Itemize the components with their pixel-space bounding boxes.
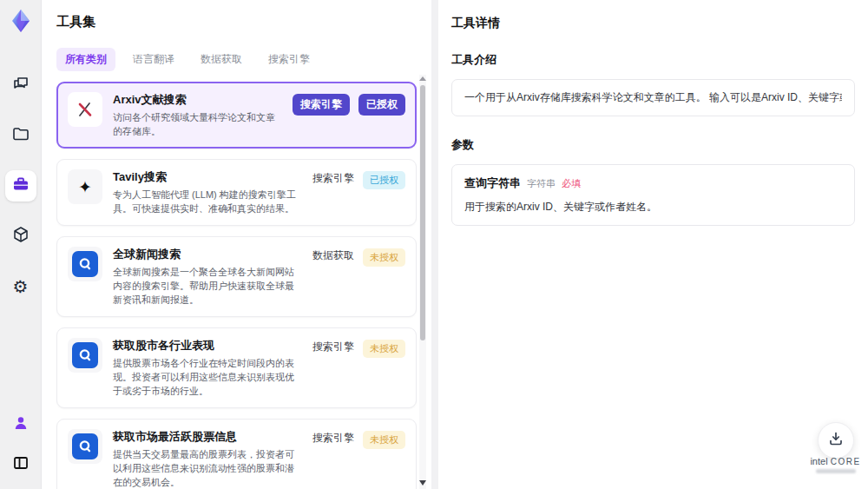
- tool-card-global-news[interactable]: 全球新闻搜索 全球新闻搜索是一个聚合全球各大新闻网站内容的搜索引擎。帮助用户快速…: [56, 236, 417, 317]
- tool-name: 获取市场最活跃股票信息: [113, 429, 302, 445]
- icon-rail: ⚙: [0, 0, 42, 489]
- tavily-icon: ✦: [68, 169, 102, 204]
- cube-icon: [11, 225, 30, 248]
- panel-layout-icon: [11, 453, 30, 476]
- scroll-down-arrow-icon[interactable]: [419, 480, 426, 486]
- status-badge: 未授权: [363, 431, 405, 449]
- tool-name: Tavily搜索: [113, 169, 302, 185]
- category-badge: 搜索引擎: [293, 94, 350, 116]
- list-scrollbar[interactable]: [419, 75, 426, 489]
- param-required-badge: 必填: [562, 177, 581, 190]
- status-badge: 未授权: [363, 340, 405, 358]
- param-box: 查询字符串 字符串 必填 用于搜索的Arxiv ID、关键字或作者姓名。: [451, 164, 855, 226]
- tool-name: 获取股市各行业表现: [113, 338, 302, 354]
- sidebar-item-tools[interactable]: [5, 170, 36, 202]
- gear-icon: ⚙: [13, 278, 29, 295]
- chat-icon: [11, 74, 30, 96]
- tool-name: 全球新闻搜索: [113, 247, 302, 262]
- intel-subtext-blur: [816, 469, 856, 473]
- status-badge: 未授权: [363, 248, 405, 267]
- scrollbar-thumb[interactable]: [420, 85, 425, 340]
- param-type: 字符串: [527, 177, 556, 190]
- detail-title: 工具详情: [451, 16, 855, 31]
- sidebar-item-files[interactable]: [5, 120, 36, 151]
- sidebar-item-chat[interactable]: [5, 69, 36, 101]
- param-description: 用于搜索的Arxiv ID、关键字或作者姓名。: [464, 200, 842, 215]
- user-profile-button[interactable]: [5, 409, 36, 440]
- tool-description: 访问各个研究领域大量科学论文和文章的存储库。: [113, 110, 282, 138]
- page-title: 工具集: [56, 14, 431, 30]
- tool-card-active-stocks[interactable]: 获取市场最活跃股票信息 提供当天交易量最高的股票列表，投资者可以利用这些信息来识…: [56, 419, 417, 489]
- tab-data-fetch[interactable]: 数据获取: [192, 48, 251, 71]
- param-name: 查询字符串: [464, 175, 521, 191]
- params-heading: 参数: [451, 137, 855, 153]
- scroll-up-arrow-icon[interactable]: [419, 76, 426, 81]
- intel-core-logo: intel CORE: [803, 456, 868, 473]
- intro-heading: 工具介绍: [451, 52, 855, 68]
- category-label: 搜索引擎: [312, 431, 354, 446]
- tab-all-categories[interactable]: 所有类别: [56, 48, 115, 71]
- news-search-icon: [68, 247, 102, 281]
- status-badge: 已授权: [358, 94, 405, 116]
- sidebar-item-settings[interactable]: ⚙: [5, 271, 36, 302]
- intro-box: 一个用于从Arxiv存储库搜索科学论文和文章的工具。 输入可以是Arxiv ID…: [451, 79, 855, 116]
- arxiv-icon: [68, 92, 102, 127]
- tab-search-engine[interactable]: 搜索引擎: [260, 48, 319, 71]
- tool-description: 提供当天交易量最高的股票列表，投资者可以利用这些信息来识别流动性强的股票和潜在的…: [113, 447, 302, 489]
- tool-description: 提供股票市场各个行业在特定时间段内的表现。投资者可以利用这些信息来识别表现优于或…: [113, 356, 302, 398]
- download-button[interactable]: [818, 422, 854, 459]
- download-icon: [827, 430, 845, 451]
- tool-description: 专为人工智能代理 (LLM) 构建的搜索引擎工具。可快速提供实时、准确和真实的结…: [113, 188, 302, 215]
- tool-card-stock-sector[interactable]: 获取股市各行业表现 提供股票市场各个行业在特定时间段内的表现。投资者可以利用这些…: [56, 327, 417, 408]
- category-label: 搜索引擎: [312, 340, 354, 354]
- intel-wordmark: intel: [810, 456, 827, 466]
- sidebar-item-packages[interactable]: [5, 221, 36, 252]
- stock-search-icon: [68, 338, 102, 373]
- tab-language-translation[interactable]: 语言翻译: [124, 48, 183, 71]
- tool-name: Arxiv文献搜索: [113, 92, 282, 108]
- tool-cards: Arxiv文献搜索 访问各个研究领域大量科学论文和文章的存储库。 搜索引擎 已授…: [56, 82, 417, 489]
- category-label: 数据获取: [312, 248, 354, 263]
- app-logo-icon[interactable]: [7, 7, 35, 35]
- stock-search-icon: [68, 429, 102, 464]
- status-badge: 已授权: [363, 171, 405, 189]
- folder-icon: [11, 124, 30, 147]
- category-tabs: 所有类别 语言翻译 数据获取 搜索引擎: [56, 48, 431, 71]
- tool-description: 全球新闻搜索是一个聚合全球各大新闻网站内容的搜索引擎。帮助用户快速获取全球最新资…: [113, 265, 302, 307]
- tool-card-tavily[interactable]: ✦ Tavily搜索 专为人工智能代理 (LLM) 构建的搜索引擎工具。可快速提…: [56, 159, 417, 226]
- tool-list-panel: 工具集 所有类别 语言翻译 数据获取 搜索引擎 Arxiv文献搜索 访问各个研究…: [42, 0, 431, 489]
- tool-card-arxiv[interactable]: Arxiv文献搜索 访问各个研究领域大量科学论文和文章的存储库。 搜索引擎 已授…: [56, 82, 417, 149]
- category-label: 搜索引擎: [312, 171, 354, 186]
- intro-text: 一个用于从Arxiv存储库搜索科学论文和文章的工具。 输入可以是Arxiv ID…: [464, 90, 842, 105]
- core-wordmark: CORE: [831, 457, 861, 466]
- tool-detail-panel: 工具详情 工具介绍 一个用于从Arxiv存储库搜索科学论文和文章的工具。 输入可…: [438, 0, 868, 489]
- briefcase-icon: [11, 175, 30, 197]
- collapse-panel-button[interactable]: [5, 449, 36, 480]
- user-icon: [11, 413, 30, 436]
- panel-divider: [431, 0, 438, 489]
